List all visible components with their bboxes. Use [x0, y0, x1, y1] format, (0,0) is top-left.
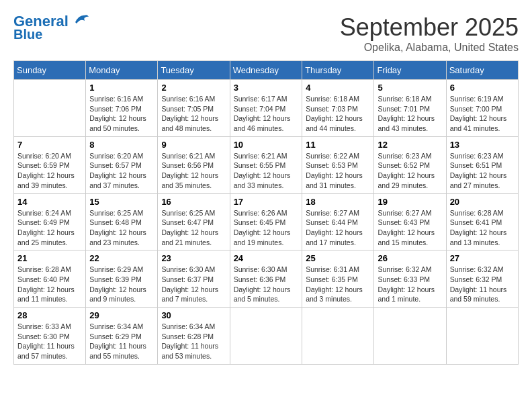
- day-number: 15: [89, 197, 154, 207]
- day-number: 7: [17, 140, 82, 150]
- page-header: General Blue September 2025 Opelika, Ala…: [13, 13, 519, 54]
- calendar-cell: 25Sunrise: 6:31 AMSunset: 6:35 PMDayligh…: [302, 250, 374, 308]
- day-info: Sunrise: 6:32 AMSunset: 6:32 PMDaylight:…: [450, 265, 515, 304]
- day-info: Sunrise: 6:16 AMSunset: 7:05 PMDaylight:…: [161, 94, 226, 134]
- day-info: Sunrise: 6:20 AMSunset: 6:57 PMDaylight:…: [89, 151, 154, 191]
- day-info: Sunrise: 6:32 AMSunset: 6:33 PMDaylight:…: [378, 265, 442, 304]
- calendar-cell: 26Sunrise: 6:32 AMSunset: 6:33 PMDayligh…: [374, 250, 446, 308]
- day-header-sunday: Sunday: [14, 61, 86, 80]
- day-info: Sunrise: 6:26 AMSunset: 6:45 PMDaylight:…: [234, 208, 299, 248]
- calendar-cell: 1Sunrise: 6:16 AMSunset: 7:06 PMDaylight…: [86, 80, 158, 137]
- day-info: Sunrise: 6:18 AMSunset: 7:03 PMDaylight:…: [306, 94, 370, 134]
- calendar-cell: 6Sunrise: 6:19 AMSunset: 7:00 PMDaylight…: [446, 80, 518, 137]
- calendar-cell: [230, 308, 302, 365]
- day-info: Sunrise: 6:25 AMSunset: 6:47 PMDaylight:…: [161, 208, 226, 248]
- day-info: Sunrise: 6:30 AMSunset: 6:36 PMDaylight:…: [234, 265, 299, 304]
- day-number: 22: [89, 253, 154, 263]
- day-number: 28: [17, 310, 82, 320]
- day-info: Sunrise: 6:34 AMSunset: 6:29 PMDaylight:…: [89, 322, 154, 361]
- calendar-week-row: 7Sunrise: 6:20 AMSunset: 6:59 PMDaylight…: [14, 136, 519, 193]
- calendar-cell: 8Sunrise: 6:20 AMSunset: 6:57 PMDaylight…: [86, 136, 158, 193]
- calendar-cell: 2Sunrise: 6:16 AMSunset: 7:05 PMDaylight…: [158, 80, 230, 137]
- calendar-cell: 23Sunrise: 6:30 AMSunset: 6:37 PMDayligh…: [158, 250, 230, 308]
- calendar-table: SundayMondayTuesdayWednesdayThursdayFrid…: [13, 60, 519, 365]
- calendar-cell: 30Sunrise: 6:34 AMSunset: 6:28 PMDayligh…: [158, 308, 230, 365]
- day-number: 18: [306, 197, 370, 207]
- day-number: 6: [450, 83, 515, 93]
- calendar-cell: 24Sunrise: 6:30 AMSunset: 6:36 PMDayligh…: [230, 250, 302, 308]
- calendar-cell: 7Sunrise: 6:20 AMSunset: 6:59 PMDaylight…: [14, 136, 86, 193]
- day-number: 5: [378, 83, 442, 93]
- day-number: 14: [17, 197, 82, 207]
- day-info: Sunrise: 6:27 AMSunset: 6:44 PMDaylight:…: [306, 208, 370, 248]
- calendar-cell: 11Sunrise: 6:22 AMSunset: 6:53 PMDayligh…: [302, 136, 374, 193]
- day-info: Sunrise: 6:23 AMSunset: 6:52 PMDaylight:…: [378, 151, 442, 191]
- day-info: Sunrise: 6:18 AMSunset: 7:01 PMDaylight:…: [378, 94, 442, 134]
- day-number: 17: [234, 197, 299, 207]
- calendar-cell: 12Sunrise: 6:23 AMSunset: 6:52 PMDayligh…: [374, 136, 446, 193]
- day-info: Sunrise: 6:16 AMSunset: 7:06 PMDaylight:…: [89, 94, 154, 134]
- day-info: Sunrise: 6:24 AMSunset: 6:49 PMDaylight:…: [17, 208, 82, 248]
- day-info: Sunrise: 6:30 AMSunset: 6:37 PMDaylight:…: [161, 265, 226, 304]
- day-number: 25: [306, 253, 370, 263]
- subtitle: Opelika, Alabama, United States: [340, 42, 519, 54]
- title-block: September 2025 Opelika, Alabama, United …: [340, 13, 519, 54]
- day-number: 8: [89, 140, 154, 150]
- main-title: September 2025: [340, 13, 519, 42]
- day-info: Sunrise: 6:25 AMSunset: 6:48 PMDaylight:…: [89, 208, 154, 248]
- logo-blue-text: Blue: [13, 27, 42, 42]
- calendar-cell: 29Sunrise: 6:34 AMSunset: 6:29 PMDayligh…: [86, 308, 158, 365]
- day-header-friday: Friday: [374, 61, 446, 80]
- day-number: 26: [378, 253, 442, 263]
- logo-bird-icon: [70, 13, 89, 28]
- day-number: 2: [161, 83, 226, 93]
- day-info: Sunrise: 6:28 AMSunset: 6:40 PMDaylight:…: [17, 265, 82, 304]
- day-header-tuesday: Tuesday: [158, 61, 230, 80]
- day-number: 16: [161, 197, 226, 207]
- calendar-cell: 14Sunrise: 6:24 AMSunset: 6:49 PMDayligh…: [14, 193, 86, 250]
- day-info: Sunrise: 6:19 AMSunset: 7:00 PMDaylight:…: [450, 94, 515, 134]
- day-number: 1: [89, 83, 154, 93]
- day-number: 21: [17, 253, 82, 263]
- day-number: 29: [89, 310, 154, 320]
- calendar-cell: 3Sunrise: 6:17 AMSunset: 7:04 PMDaylight…: [230, 80, 302, 137]
- day-number: 3: [234, 83, 299, 93]
- day-number: 9: [161, 140, 226, 150]
- day-info: Sunrise: 6:20 AMSunset: 6:59 PMDaylight:…: [17, 151, 82, 191]
- day-number: 24: [234, 253, 299, 263]
- day-number: 10: [234, 140, 299, 150]
- calendar-cell: 17Sunrise: 6:26 AMSunset: 6:45 PMDayligh…: [230, 193, 302, 250]
- day-number: 11: [306, 140, 370, 150]
- calendar-cell: 5Sunrise: 6:18 AMSunset: 7:01 PMDaylight…: [374, 80, 446, 137]
- day-info: Sunrise: 6:23 AMSunset: 6:51 PMDaylight:…: [450, 151, 515, 191]
- day-number: 23: [161, 253, 226, 263]
- calendar-cell: 22Sunrise: 6:29 AMSunset: 6:39 PMDayligh…: [86, 250, 158, 308]
- day-number: 4: [306, 83, 370, 93]
- calendar-week-row: 14Sunrise: 6:24 AMSunset: 6:49 PMDayligh…: [14, 193, 519, 250]
- calendar-cell: 19Sunrise: 6:27 AMSunset: 6:43 PMDayligh…: [374, 193, 446, 250]
- day-info: Sunrise: 6:21 AMSunset: 6:56 PMDaylight:…: [161, 151, 226, 191]
- calendar-cell: [374, 308, 446, 365]
- calendar-week-row: 21Sunrise: 6:28 AMSunset: 6:40 PMDayligh…: [14, 250, 519, 308]
- day-number: 12: [378, 140, 442, 150]
- calendar-cell: [446, 308, 518, 365]
- day-number: 13: [450, 140, 515, 150]
- day-info: Sunrise: 6:17 AMSunset: 7:04 PMDaylight:…: [234, 94, 299, 134]
- day-info: Sunrise: 6:27 AMSunset: 6:43 PMDaylight:…: [378, 208, 442, 248]
- day-info: Sunrise: 6:34 AMSunset: 6:28 PMDaylight:…: [161, 322, 226, 361]
- day-info: Sunrise: 6:28 AMSunset: 6:41 PMDaylight:…: [450, 208, 515, 248]
- calendar-cell: 15Sunrise: 6:25 AMSunset: 6:48 PMDayligh…: [86, 193, 158, 250]
- day-header-monday: Monday: [86, 61, 158, 80]
- calendar-cell: 9Sunrise: 6:21 AMSunset: 6:56 PMDaylight…: [158, 136, 230, 193]
- calendar-cell: [14, 80, 86, 137]
- day-number: 19: [378, 197, 442, 207]
- day-info: Sunrise: 6:21 AMSunset: 6:55 PMDaylight:…: [234, 151, 299, 191]
- calendar-cell: 4Sunrise: 6:18 AMSunset: 7:03 PMDaylight…: [302, 80, 374, 137]
- day-number: 27: [450, 253, 515, 263]
- day-number: 20: [450, 197, 515, 207]
- calendar-cell: 28Sunrise: 6:33 AMSunset: 6:30 PMDayligh…: [14, 308, 86, 365]
- day-info: Sunrise: 6:29 AMSunset: 6:39 PMDaylight:…: [89, 265, 154, 304]
- day-info: Sunrise: 6:31 AMSunset: 6:35 PMDaylight:…: [306, 265, 370, 304]
- calendar-cell: 16Sunrise: 6:25 AMSunset: 6:47 PMDayligh…: [158, 193, 230, 250]
- calendar-cell: 21Sunrise: 6:28 AMSunset: 6:40 PMDayligh…: [14, 250, 86, 308]
